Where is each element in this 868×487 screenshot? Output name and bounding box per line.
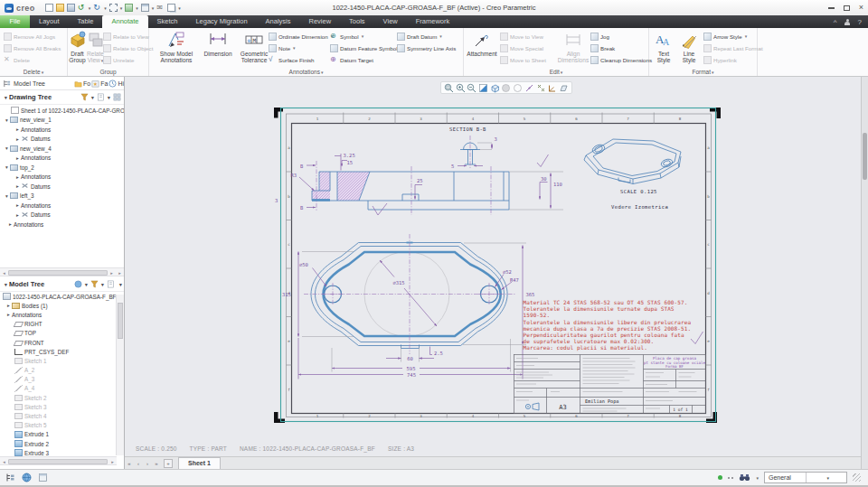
unrelate-button[interactable]: Unrelate [103, 54, 134, 65]
drawing-tree-item-annotations[interactable]: ▸Annotations [0, 173, 124, 183]
drawing-tree-item-datums[interactable]: ▸Datums [0, 135, 124, 145]
tab-tools[interactable]: Tools [340, 15, 374, 28]
align-dimensions-button[interactable]: AlignDimensions [558, 30, 589, 63]
minimize-ribbon-icon[interactable]: ^ [834, 18, 837, 26]
panel-tab-folders[interactable]: Fo [83, 80, 90, 87]
model-tree-item-top[interactable]: TOP [0, 329, 124, 338]
jog-button[interactable]: Jog [590, 31, 609, 42]
minimize-button[interactable] [828, 7, 835, 9]
model-tree-item-extrude-1[interactable]: Extrude 1 [0, 430, 124, 439]
ordinate-dimension-button[interactable]: Ordinate Dimension▾ [269, 31, 333, 42]
zoom-in-icon[interactable] [456, 83, 466, 93]
view-manager-icon[interactable] [513, 83, 523, 93]
regenerate-dropdown-icon[interactable]: ▾ [136, 5, 138, 11]
qat-overflow-icon[interactable]: ▾ [178, 5, 181, 11]
windows-dropdown-icon[interactable]: ▾ [152, 5, 155, 11]
model-tree-item-a3[interactable]: A_3 [0, 375, 124, 384]
model-tree-item-sketch-1[interactable]: Sketch 1 [0, 356, 124, 365]
datum-feature-symbol-button[interactable]: Datum Feature Symbol [330, 42, 398, 53]
attachment-button[interactable]: Attachment [466, 30, 498, 63]
windows-icon[interactable] [141, 4, 149, 12]
note-button[interactable]: Note▾ [269, 42, 296, 53]
drawing-tree-item-sheet[interactable]: Sheet 1 of 1022-1450-PLACA-CAP-GROASA- [0, 106, 124, 116]
zoom-out-icon[interactable] [467, 83, 476, 93]
folder-browser-icon[interactable] [74, 80, 82, 88]
drawing-tree-item-annotations[interactable]: ▸Annotations [0, 201, 124, 211]
tab-table[interactable]: Table [69, 15, 103, 28]
relate-to-object-button[interactable]: Relate to Object [103, 42, 153, 53]
datum-csys-toggle-icon[interactable] [547, 83, 557, 93]
delete-group-label[interactable]: Delete▾ [0, 69, 67, 75]
model-tree-vscrollbar[interactable] [116, 295, 124, 455]
cleanup-dimensions-button[interactable]: Cleanup Dimensions [590, 54, 652, 65]
title-block[interactable]: Placa de cap groasa pt stante cu coloane… [514, 355, 706, 414]
model-tree-item-extrude-2[interactable]: Extrude 2 [0, 439, 124, 448]
line-style-button[interactable]: LineStyle [676, 30, 702, 63]
panel-tab-model-tree[interactable]: Model Tree [14, 80, 45, 87]
isometric-view[interactable]: SCALE 0.125 Vedere Izometrica [584, 139, 681, 210]
refit-icon[interactable] [478, 83, 488, 93]
saved-orientations-icon[interactable] [501, 83, 511, 93]
drawing-tree-item-annotations[interactable]: ▸Annotations [0, 154, 124, 164]
plan-view[interactable]: ⌀50 ⌀52 R47 315 365 ⌀315 60 2.5 595 745 [282, 234, 534, 379]
drawing-tree-item-top-2[interactable]: ▾top_2 [0, 163, 124, 173]
model-tree-item-extrude-3[interactable]: Extrude 3 [0, 448, 124, 456]
display-style-icon[interactable] [490, 83, 500, 93]
drawing-canvas[interactable]: 12345678 12345678 abcdef abcdef 3.25 15 … [125, 77, 861, 456]
model-tree-item-sketch-3[interactable]: Sketch 3 [0, 402, 124, 411]
datum-points-toggle-icon[interactable] [536, 83, 546, 93]
format-group-label[interactable]: Format▾ [649, 69, 757, 75]
edit-group-label[interactable]: Edit▾ [464, 69, 648, 75]
next-sheet-button[interactable]: › [144, 461, 151, 466]
last-sheet-button[interactable]: » [153, 461, 160, 466]
show-model-annotations-button[interactable]: Show ModelAnnotations [156, 30, 196, 63]
drawing-tree-item-annotations[interactable]: ▸Annotations [0, 220, 124, 229]
remove-all-breaks-button[interactable]: Remove All Breaks [4, 42, 61, 53]
select-dropdown-icon[interactable]: ▾ [120, 5, 123, 11]
redo-icon[interactable] [93, 4, 101, 12]
filter-combo-dropdown-icon[interactable]: ▾ [806, 473, 847, 482]
drawing-tree-item-new-view-4[interactable]: ▾new_view_4 [0, 144, 124, 154]
surface-finish-button[interactable]: Surface Finish [269, 54, 315, 65]
close-button[interactable]: × [859, 4, 863, 12]
canvas-vscrollbar[interactable] [861, 77, 868, 469]
model-tree-show-icon[interactable] [74, 280, 82, 288]
model-tree-filters-icon[interactable] [90, 280, 99, 288]
model-tree-item-a4[interactable]: A_4 [0, 384, 124, 393]
new-file-icon[interactable] [45, 4, 53, 12]
tab-sketch[interactable]: Sketch [148, 15, 187, 28]
move-to-view-button[interactable]: Move to View [500, 31, 543, 42]
relate-to-view-button[interactable]: Relate to View [103, 31, 149, 42]
section-bb-detail[interactable]: SECTION B-B 3 5 [449, 126, 497, 169]
model-tree-settings-icon[interactable] [107, 280, 115, 288]
tree-settings-icon[interactable] [113, 93, 121, 101]
regenerate-icon[interactable] [125, 4, 133, 12]
drawing-tree-item-annotations[interactable]: ▸Annotations [0, 125, 124, 135]
web-browser-icon[interactable] [22, 473, 32, 482]
save-icon[interactable] [67, 4, 75, 12]
previous-sheet-button[interactable]: ‹ [135, 461, 142, 466]
model-tree-toggle-icon[interactable] [5, 473, 15, 482]
tab-view[interactable]: View [374, 15, 407, 28]
model-tree-item-front[interactable]: FRONT [0, 338, 124, 347]
drawing-tree-item-datums[interactable]: ▸Datums [0, 182, 124, 192]
maximize-button[interactable] [844, 5, 850, 11]
help-icon[interactable]: ? [858, 18, 862, 26]
delete-button[interactable]: Delete [4, 54, 30, 65]
search-binoculars-icon[interactable] [739, 473, 750, 482]
user-account-icon[interactable] [844, 19, 851, 25]
datum-planes-toggle-icon[interactable] [559, 83, 569, 93]
arrow-style-button[interactable]: Arrow Style▾ [703, 31, 747, 42]
search-dropdown-icon[interactable]: ▾ [756, 475, 759, 481]
zoom-region-icon[interactable] [444, 83, 454, 93]
model-tree-hscrollbar[interactable]: ◂▸ [0, 456, 117, 465]
first-sheet-button[interactable]: « [126, 461, 133, 466]
panel-tab-favorites[interactable]: Fa [100, 80, 108, 87]
tab-layout[interactable]: Layout [30, 15, 69, 28]
panel-tab-history[interactable]: Hi [118, 80, 124, 87]
undo-icon[interactable] [78, 4, 86, 12]
favorites-icon[interactable]: ★ [91, 80, 99, 88]
redo-dropdown-icon[interactable]: ▾ [104, 5, 107, 11]
datum-axes-toggle-icon[interactable] [524, 83, 534, 93]
drawing-tree-item-left-3[interactable]: ▾left_3 [0, 192, 124, 201]
